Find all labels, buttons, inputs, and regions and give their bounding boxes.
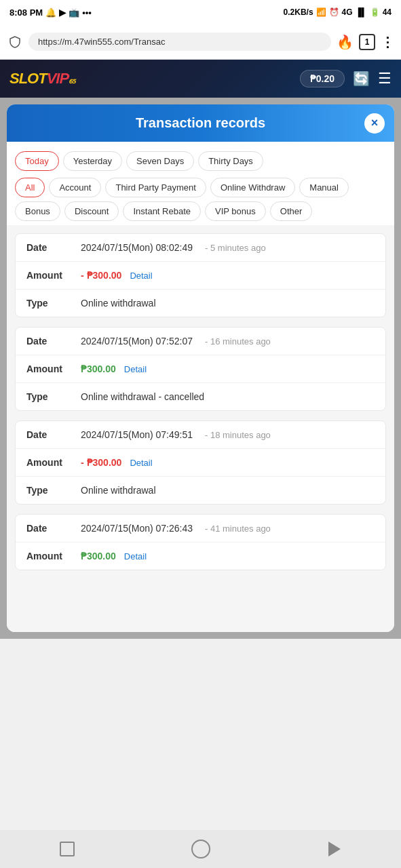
amount-label: Amount [26, 363, 81, 374]
filter-section: Today Yesterday Seven Days Thirty Days A… [7, 142, 394, 225]
modal-overlay: Transaction records × Today Yesterday Se… [0, 98, 401, 639]
detail-link[interactable]: Detail [124, 551, 147, 561]
date-filter-yesterday[interactable]: Yesterday [63, 151, 122, 171]
type-filter-group: All Account Third Party Payment Online W… [15, 178, 386, 221]
type-filter-third-party[interactable]: Third Party Payment [105, 178, 206, 197]
date-filter-group: Today Yesterday Seven Days Thirty Days [15, 151, 386, 171]
amount-label: Amount [26, 457, 81, 468]
alarm-icon: ⏰ [329, 7, 339, 17]
amount-value: - ₱300.00 [81, 270, 121, 281]
url-bar[interactable]: https://m.47win555.com/Transac [28, 33, 331, 51]
date-value: 2024/07/15(Mon) 08:02:49 [81, 242, 193, 253]
app-header: SLOTVIP₆₅ ₱0.20 🔄 ☰ [0, 60, 401, 98]
date-label: Date [26, 242, 81, 253]
date-label: Date [26, 429, 81, 440]
transaction-date-row: Date 2024/07/15(Mon) 07:26:43 - 41 minut… [16, 515, 385, 542]
battery-level: 44 [383, 7, 392, 17]
transaction-type-row: Type Online withdrawal [16, 477, 385, 504]
nav-recent-button[interactable] [325, 840, 344, 859]
nav-back-button[interactable] [58, 840, 77, 859]
detail-link[interactable]: Detail [130, 271, 152, 281]
date-label: Date [26, 523, 81, 534]
transaction-date-row: Date 2024/07/15(Mon) 07:49:51 - 18 minut… [16, 421, 385, 449]
signal-bars: ▐▌ [356, 7, 367, 17]
date-filter-thirty-days[interactable]: Thirty Days [198, 151, 263, 171]
menu-icon[interactable]: ☰ [378, 70, 392, 87]
network-type: 4G [342, 7, 353, 17]
logo: SLOTVIP₆₅ [9, 70, 75, 87]
video-icon: 📺 [69, 7, 79, 18]
type-filter-all[interactable]: All [15, 178, 45, 197]
transaction-type-row: Type Online withdrawal - cancelled [16, 383, 385, 410]
transaction-amount-row: Amount - ₱300.00 Detail [16, 262, 385, 290]
type-filter-vip-bonus[interactable]: VIP bonus [205, 201, 266, 221]
transaction-card: Date 2024/07/15(Mon) 08:02:49 - 5 minute… [15, 233, 386, 317]
type-value: Online withdrawal - cancelled [81, 391, 204, 402]
status-bar: 8:08 PM 🔔 ▶ 📺 ••• 0.2KB/s 📶 ⏰ 4G ▐▌ 🔋 44 [0, 0, 401, 24]
date-value-container: 2024/07/15(Mon) 07:26:43 - 41 minutes ag… [81, 523, 271, 534]
date-filter-today[interactable]: Today [15, 151, 59, 171]
modal-close-button[interactable]: × [364, 113, 385, 134]
transaction-amount-row: Amount ₱300.00 Detail [16, 542, 385, 570]
shield-icon [7, 34, 23, 50]
amount-label: Amount [26, 270, 81, 281]
status-right-area: 0.2KB/s 📶 ⏰ 4G ▐▌ 🔋 44 [284, 7, 392, 17]
type-filter-instant-rebate[interactable]: Instant Rebate [123, 201, 201, 221]
square-icon [60, 842, 75, 856]
type-label: Type [26, 391, 81, 402]
circle-icon [191, 840, 210, 859]
browser-bar: https://m.47win555.com/Transac 🔥 1 ⋮ [0, 24, 401, 60]
type-filter-other[interactable]: Other [270, 201, 313, 221]
transaction-card: Date 2024/07/15(Mon) 07:26:43 - 41 minut… [15, 514, 386, 570]
more-options-icon[interactable]: ⋮ [381, 34, 394, 50]
type-filter-online-withdraw[interactable]: Online Withdraw [210, 178, 295, 197]
navigation-bar [0, 830, 401, 868]
transaction-card: Date 2024/07/15(Mon) 07:52:07 - 16 minut… [15, 327, 386, 411]
amount-label: Amount [26, 551, 81, 561]
transactions-container: Date 2024/07/15(Mon) 08:02:49 - 5 minute… [7, 225, 394, 632]
transaction-amount-row: Amount - ₱300.00 Detail [16, 449, 385, 477]
time-ago: - 41 minutes ago [205, 524, 271, 534]
type-filter-discount[interactable]: Discount [64, 201, 119, 221]
time-ago: - 18 minutes ago [205, 430, 271, 440]
date-label: Date [26, 336, 81, 347]
date-value-container: 2024/07/15(Mon) 07:49:51 - 18 minutes ag… [81, 429, 271, 440]
amount-value: - ₱300.00 [81, 457, 121, 468]
transaction-card: Date 2024/07/15(Mon) 07:49:51 - 18 minut… [15, 420, 386, 505]
date-value: 2024/07/15(Mon) 07:49:51 [81, 429, 193, 440]
type-value: Online withdrawal [81, 485, 156, 496]
time-ago: - 16 minutes ago [205, 336, 271, 347]
refresh-icon[interactable]: 🔄 [353, 71, 370, 87]
modal-title: Transaction records [136, 115, 265, 131]
date-value-container: 2024/07/15(Mon) 07:52:07 - 16 minutes ag… [81, 336, 271, 347]
more-icon: ••• [82, 7, 92, 18]
detail-link[interactable]: Detail [130, 458, 152, 468]
amount-value: ₱300.00 [81, 363, 116, 374]
transaction-amount-row: Amount ₱300.00 Detail [16, 355, 385, 383]
detail-link[interactable]: Detail [124, 364, 147, 374]
type-filter-manual[interactable]: Manual [299, 178, 349, 197]
network-speed: 0.2KB/s [284, 7, 313, 17]
triangle-icon [328, 842, 341, 856]
notification-icon: 🔔 [45, 7, 56, 18]
type-value: Online withdrawal [81, 298, 156, 309]
tab-count[interactable]: 1 [359, 34, 375, 50]
type-filter-account[interactable]: Account [49, 178, 101, 197]
amount-value: ₱300.00 [81, 551, 116, 561]
status-time-area: 8:08 PM 🔔 ▶ 📺 ••• [9, 7, 92, 18]
date-filter-seven-days[interactable]: Seven Days [126, 151, 194, 171]
type-label: Type [26, 298, 81, 309]
date-value: 2024/07/15(Mon) 07:26:43 [81, 523, 193, 534]
type-filter-bonus[interactable]: Bonus [15, 201, 60, 221]
fire-icon[interactable]: 🔥 [337, 34, 354, 50]
bottom-spacer [0, 639, 401, 686]
header-right: ₱0.20 🔄 ☰ [300, 70, 392, 87]
nav-home-button[interactable] [191, 840, 210, 859]
transaction-type-row: Type Online withdrawal [16, 290, 385, 317]
transaction-date-row: Date 2024/07/15(Mon) 08:02:49 - 5 minute… [16, 234, 385, 262]
transaction-modal: Transaction records × Today Yesterday Se… [7, 104, 394, 632]
signal-icon: 📶 [316, 7, 326, 17]
modal-header: Transaction records × [7, 104, 394, 142]
balance-display: ₱0.20 [300, 70, 345, 87]
date-value-container: 2024/07/15(Mon) 08:02:49 - 5 minutes ago [81, 242, 266, 253]
